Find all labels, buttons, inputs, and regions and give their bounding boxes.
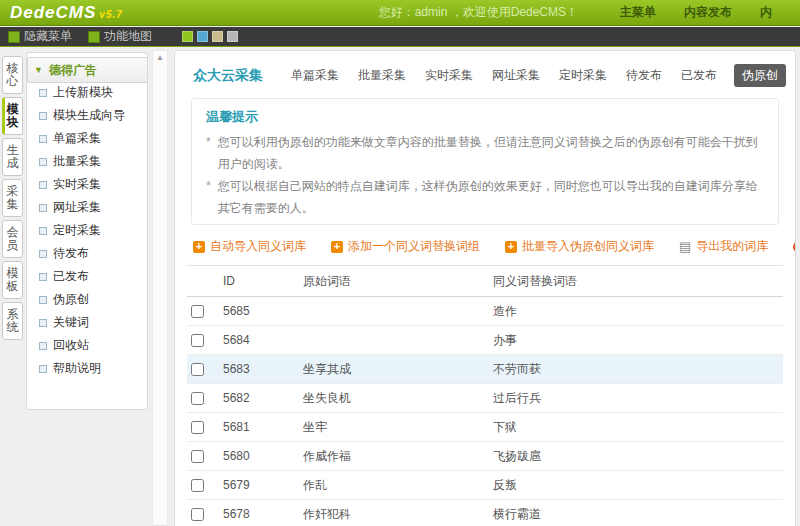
row-id-cell: 5684 xyxy=(221,326,301,355)
sidebar-entry-label: 待发布 xyxy=(53,245,89,262)
sidebar-entry[interactable]: ▼ 网址采集 xyxy=(33,196,141,219)
asterisk-bullet-icon: * xyxy=(206,131,211,175)
action-link[interactable]: + ▤ − 添加一个同义词替换词组 xyxy=(331,238,480,255)
function-map-label: 功能地图 xyxy=(104,28,152,45)
row-select-cell xyxy=(187,297,221,326)
sidebar-entry[interactable]: ▼ 回收站 xyxy=(33,334,141,357)
tips-list: * 您可以利用伪原创的功能来做文章内容的批量替换，但请注意同义词替换之后的伪原创… xyxy=(206,131,764,219)
plus-icon: + xyxy=(331,241,343,253)
sidebar-entry[interactable]: ▼ 德得广告 xyxy=(27,57,148,83)
row-id-cell: 5685 xyxy=(221,297,301,326)
row-checkbox[interactable] xyxy=(191,508,204,521)
module-tab[interactable]: 模块 xyxy=(2,97,23,135)
row-synonym-cell: 下狱 xyxy=(491,413,783,442)
sidebar-entry-label: 已发布 xyxy=(53,268,89,285)
bullet-square-icon xyxy=(39,89,47,97)
sidebar-entry-label: 伪原创 xyxy=(53,291,89,308)
row-id-cell: 5680 xyxy=(221,442,301,471)
collect-tab[interactable]: 已发布 xyxy=(679,64,719,87)
header-menu: 主菜单内容发布内 xyxy=(620,4,800,21)
header-menu-link[interactable]: 内容发布 xyxy=(684,4,732,21)
logo-text: DedeCMS xyxy=(10,3,96,22)
sidebar-entry-label: 单篇采集 xyxy=(53,130,101,147)
function-map-button[interactable]: 功能地图 xyxy=(88,28,152,45)
table-row: 5678 作奸犯科 横行霸道 xyxy=(187,500,783,526)
row-select-cell xyxy=(187,413,221,442)
select-column-header xyxy=(187,266,221,297)
action-link-label: 批量导入伪原创同义词库 xyxy=(522,238,654,255)
hide-menu-button[interactable]: 隐藏菜单 xyxy=(8,28,72,45)
bullet-square-icon xyxy=(39,158,47,166)
action-link[interactable]: + ▤ − 批量导入伪原创同义词库 xyxy=(505,238,654,255)
row-id-cell: 5678 xyxy=(221,500,301,526)
row-checkbox[interactable] xyxy=(191,305,204,318)
synonym-table: ID 原始词语 同义词替换词语 5685 造作 xyxy=(187,266,783,526)
sidebar-entry[interactable]: ▼ 上传新模块 xyxy=(33,81,141,104)
tip-item: * 您可以利用伪原创的功能来做文章内容的批量替换，但请注意同义词替换之后的伪原创… xyxy=(206,131,764,175)
sidebar-entry-label: 批量采集 xyxy=(53,153,101,170)
collect-tab[interactable]: 定时采集 xyxy=(557,64,609,87)
sidebar-entry[interactable]: ▼ 模块生成向导 xyxy=(33,104,141,127)
collect-tab[interactable]: 单篇采集 xyxy=(289,64,341,87)
row-checkbox[interactable] xyxy=(191,363,204,376)
frame-scrollbar[interactable]: ▲ xyxy=(152,50,168,526)
collect-tab[interactable]: 实时采集 xyxy=(423,64,475,87)
row-checkbox[interactable] xyxy=(191,421,204,434)
theme-color-swatch[interactable] xyxy=(212,31,223,42)
sidebar-entry-label: 关键词 xyxy=(53,314,89,331)
action-link[interactable]: + ▤ − 导出我的词库 xyxy=(679,238,768,255)
sidebar-entry[interactable]: ▼ 已发布 xyxy=(33,265,141,288)
sidebar-entry[interactable]: ▼ 批量采集 xyxy=(33,150,141,173)
sidebar-entry-label: 上传新模块 xyxy=(53,84,113,101)
theme-color-swatch[interactable] xyxy=(197,31,208,42)
scroll-up-arrow-icon[interactable]: ▲ xyxy=(153,51,167,65)
sidebar-entry[interactable]: ▼ 关键词 xyxy=(33,311,141,334)
collect-tab[interactable]: 网址采集 xyxy=(490,64,542,87)
collect-tab[interactable]: 伪原创 xyxy=(734,64,786,87)
collect-tab[interactable]: 待发布 xyxy=(624,64,664,87)
sidebar-entry[interactable]: ▼ 伪原创 xyxy=(33,288,141,311)
bullet-square-icon xyxy=(39,227,47,235)
action-link[interactable]: + ▤ − 自动导入同义词库 xyxy=(193,238,306,255)
sidebar-entry[interactable]: ▼ 定时采集 xyxy=(33,219,141,242)
sidebar-entry-label: 定时采集 xyxy=(53,222,101,239)
theme-color-swatch[interactable] xyxy=(227,31,238,42)
module-tab[interactable]: 核心 xyxy=(2,56,23,94)
module-tab[interactable]: 会员 xyxy=(2,220,23,258)
sidebar-entry[interactable]: ▼ 待发布 xyxy=(33,242,141,265)
tip-text: 您可以根据自己网站的特点自建词库，这样伪原创的效果更好，同时您也可以导出我的自建… xyxy=(218,175,764,219)
collect-tabs: 单篇采集批量采集实时采集网址采集定时采集待发布已发布伪原创关键词回收站帮助说明 xyxy=(289,64,796,87)
module-tab[interactable]: 系统 xyxy=(2,302,23,340)
bullet-square-icon xyxy=(39,365,47,373)
sidebar-entry-label: 德得广告 xyxy=(49,62,97,79)
module-tab[interactable]: 生成 xyxy=(2,138,23,176)
action-link-label: 导出我的词库 xyxy=(696,238,768,255)
function-map-icon xyxy=(88,31,100,43)
header-menu-link[interactable]: 主菜单 xyxy=(620,4,656,21)
row-select-cell xyxy=(187,500,221,526)
header-menu-link[interactable]: 内 xyxy=(760,4,772,21)
id-column-header: ID xyxy=(221,266,301,297)
row-checkbox[interactable] xyxy=(191,392,204,405)
module-tab[interactable]: 采集 xyxy=(2,179,23,217)
original-word-column-header: 原始词语 xyxy=(301,266,491,297)
collect-tab[interactable]: 批量采集 xyxy=(356,64,408,87)
action-link[interactable]: + ▤ − 清空伪原创词库 xyxy=(793,238,796,255)
main-panel: 众大云采集 单篇采集批量采集实时采集网址采集定时采集待发布已发布伪原创关键词回收… xyxy=(174,50,796,526)
row-select-cell xyxy=(187,471,221,500)
row-checkbox[interactable] xyxy=(191,334,204,347)
table-body: 5685 造作 5684 办事 xyxy=(187,297,783,526)
theme-color-swatch[interactable] xyxy=(182,31,193,42)
sidebar-entry[interactable]: ▼ 帮助说明 xyxy=(33,357,141,380)
asterisk-bullet-icon: * xyxy=(206,175,211,219)
chevron-down-icon: ▼ xyxy=(34,65,43,75)
sidebar-entry[interactable]: ▼ 实时采集 xyxy=(33,173,141,196)
sidebar-entry[interactable]: ▼ 单篇采集 xyxy=(33,127,141,150)
app-header: DedeCMSv5.7 您好：admin ，欢迎使用DedeCMS！ 主菜单内容… xyxy=(0,0,800,26)
module-tab[interactable]: 模板 xyxy=(2,261,23,299)
row-checkbox[interactable] xyxy=(191,450,204,463)
sidebar-entry-label: 模块生成向导 xyxy=(53,107,125,124)
tips-box: 温馨提示 * 您可以利用伪原创的功能来做文章内容的批量替换，但请注意同义词替换之… xyxy=(191,98,779,225)
row-synonym-cell: 反叛 xyxy=(491,471,783,500)
row-checkbox[interactable] xyxy=(191,479,204,492)
